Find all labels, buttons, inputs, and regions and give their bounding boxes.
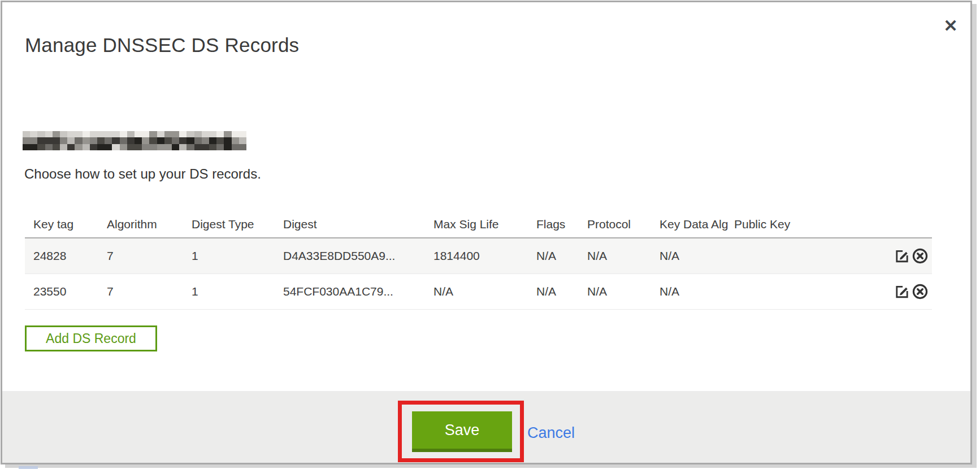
edit-record-icon[interactable] [894,247,910,264]
cell-algorithm: 7 [107,285,192,298]
cell-max-sig-life: N/A [433,285,536,298]
redacted-domain-name [23,131,246,150]
cell-algorithm: 7 [107,249,192,263]
cell-digest-type: 1 [192,249,283,263]
cell-flags: N/A [536,249,587,263]
table-row: 24828 7 1 D4A33E8DD550A9... 1814400 N/A … [25,237,932,273]
edit-record-icon[interactable] [894,283,910,300]
ds-records-table: Key tag Algorithm Digest Type Digest Max… [25,211,932,310]
col-header-flags: Flags [536,218,587,231]
delete-record-icon[interactable] [912,247,929,264]
col-header-max-sig-life: Max Sig Life [433,218,536,231]
cell-digest: D4A33E8DD550A9... [283,249,433,263]
delete-record-icon[interactable] [912,283,929,300]
cell-key-data-alg: N/A [660,285,734,298]
cell-key-tag: 23550 [33,285,107,298]
col-header-digest-type: Digest Type [192,218,283,231]
col-header-public-key: Public Key [734,218,894,231]
cell-protocol: N/A [587,285,660,298]
col-header-key-tag: Key tag [33,218,107,231]
page-title: Manage DNSSEC DS Records [25,34,299,57]
close-icon[interactable]: ✕ [940,16,961,36]
cell-digest: 54FCF030AA1C79... [283,285,433,298]
background-page-artifact [19,466,38,469]
col-header-key-data-alg: Key Data Alg [660,218,734,231]
cell-protocol: N/A [587,249,660,263]
screen: Manage DNSSEC DS Records ✕ Choose how to… [0,0,980,469]
table-header-row: Key tag Algorithm Digest Type Digest Max… [25,211,932,237]
table-row: 23550 7 1 54FCF030AA1C79... N/A N/A N/A … [25,273,932,310]
add-ds-record-button[interactable]: Add DS Record [25,325,157,351]
col-header-digest: Digest [283,218,433,231]
save-button[interactable]: Save [412,411,512,452]
cell-flags: N/A [536,285,587,298]
cancel-link[interactable]: Cancel [527,424,575,442]
cell-digest-type: 1 [192,285,283,298]
cell-key-tag: 24828 [33,249,107,263]
cell-max-sig-life: 1814400 [433,249,536,263]
dnssec-modal: Manage DNSSEC DS Records ✕ Choose how to… [1,1,972,464]
cell-key-data-alg: N/A [660,249,734,263]
instruction-text: Choose how to set up your DS records. [24,166,261,182]
col-header-algorithm: Algorithm [107,218,192,231]
col-header-protocol: Protocol [587,218,660,231]
